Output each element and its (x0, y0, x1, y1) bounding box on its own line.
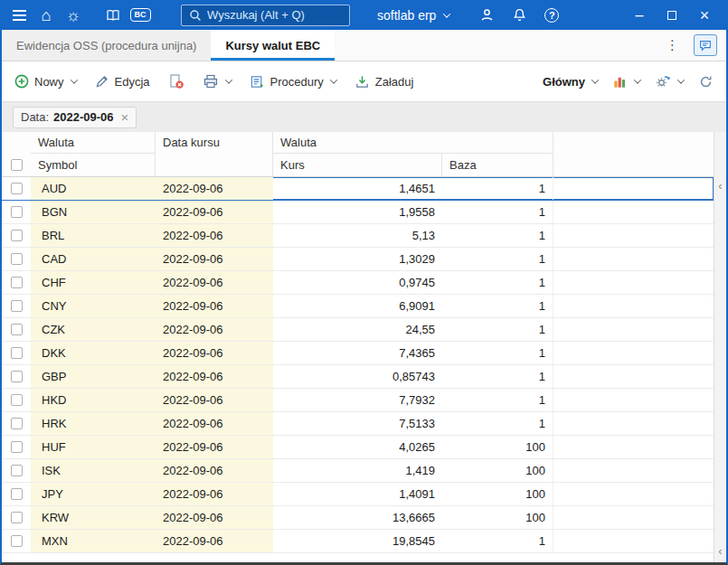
base-cell[interactable]: 1 (442, 177, 553, 200)
rate-date-cell[interactable]: 2022-09-06 (156, 459, 273, 482)
table-row[interactable]: CNY 2022-09-06 6,9091 1 (2, 295, 714, 318)
rate-cell[interactable]: 4,0265 (273, 436, 442, 458)
symbol-cell[interactable]: KRW (31, 506, 156, 529)
help-button[interactable]: ? (538, 0, 565, 30)
row-checkbox[interactable] (11, 441, 23, 453)
symbol-cell[interactable]: JPY (31, 483, 156, 505)
column-header-data-kursu[interactable]: Data kursu (156, 132, 273, 176)
row-checkbox[interactable] (11, 418, 23, 429)
table-row[interactable]: HRK 2022-09-06 7,5133 1 (2, 412, 714, 436)
base-cell[interactable]: 1 (442, 389, 553, 411)
symbol-cell[interactable]: MXN (31, 530, 156, 552)
maximize-button[interactable] (656, 0, 688, 30)
symbol-cell[interactable]: HUF (31, 436, 156, 458)
rate-cell[interactable]: 7,7932 (273, 389, 442, 411)
symbol-cell[interactable]: CHF (31, 271, 156, 294)
notifications-button[interactable] (506, 0, 533, 30)
symbol-cell[interactable]: CZK (31, 318, 156, 341)
symbol-cell[interactable]: DKK (31, 342, 156, 364)
close-button[interactable]: × (688, 0, 721, 30)
tab-kursy-walut-ebc[interactable]: Kursy walut EBC (211, 30, 335, 61)
rate-date-cell[interactable]: 2022-09-06 (156, 342, 273, 364)
symbol-cell[interactable]: BGN (31, 201, 156, 223)
base-cell[interactable]: 1 (442, 271, 553, 294)
column-group-waluta[interactable]: Waluta (31, 132, 156, 154)
collapse-panel-bottom-button[interactable]: ‹ (718, 541, 722, 560)
symbol-cell[interactable]: CNY (31, 295, 156, 317)
symbol-cell[interactable]: ISK (31, 459, 156, 482)
filter-remove-icon[interactable]: × (121, 110, 129, 124)
base-cell[interactable]: 1 (442, 365, 553, 388)
base-cell[interactable]: 1 (442, 318, 553, 341)
table-row[interactable]: CZK 2022-09-06 24,55 1 (2, 318, 714, 342)
table-row[interactable]: HUF 2022-09-06 4,0265 100 (2, 436, 714, 459)
rate-cell[interactable]: 1,4091 (273, 483, 442, 505)
row-checkbox[interactable] (11, 324, 23, 335)
comments-panel-button[interactable] (694, 34, 717, 56)
date-filter-chip[interactable]: Data: 2022-09-06 × (13, 107, 137, 128)
rate-date-cell[interactable]: 2022-09-06 (156, 436, 273, 458)
base-cell[interactable]: 100 (442, 483, 553, 505)
row-checkbox[interactable] (11, 488, 23, 500)
rate-date-cell[interactable]: 2022-09-06 (156, 389, 273, 411)
row-checkbox[interactable] (11, 535, 23, 547)
base-cell[interactable]: 1 (442, 530, 553, 552)
home-button[interactable]: ⌂ (33, 0, 60, 30)
column-header-symbol[interactable]: Symbol (31, 154, 156, 176)
user-profile-button[interactable] (473, 0, 500, 30)
table-row[interactable]: ISK 2022-09-06 1,419 100 (2, 459, 714, 483)
row-checkbox[interactable] (11, 512, 23, 523)
grid-settings-button[interactable] (655, 73, 684, 89)
symbol-cell[interactable]: HRK (31, 412, 156, 435)
rate-cell[interactable]: 24,55 (273, 318, 442, 341)
quick-settings-button[interactable]: ☼ (60, 0, 87, 30)
rate-cell[interactable]: 7,5133 (273, 412, 442, 435)
rate-date-cell[interactable]: 2022-09-06 (156, 412, 273, 435)
base-cell[interactable]: 1 (442, 224, 553, 247)
base-cell[interactable]: 1 (442, 248, 553, 270)
bc-module-button[interactable]: BC (127, 0, 154, 30)
load-button[interactable]: Załaduj (355, 74, 414, 89)
rate-cell[interactable]: 1,9558 (273, 201, 442, 223)
more-options-icon[interactable]: ⋮ (662, 37, 683, 53)
row-checkbox[interactable] (11, 206, 23, 218)
rate-cell[interactable]: 5,13 (273, 224, 442, 247)
base-cell[interactable]: 100 (442, 436, 553, 458)
collapse-panel-top-button[interactable]: ‹ (718, 175, 722, 195)
procedures-button[interactable]: Procedury (250, 74, 336, 89)
rate-cell[interactable]: 0,85743 (273, 365, 442, 388)
rate-cell[interactable]: 1,4651 (273, 177, 442, 200)
row-checkbox[interactable] (11, 230, 23, 241)
hamburger-menu-button[interactable] (5, 0, 33, 30)
rate-date-cell[interactable]: 2022-09-06 (156, 506, 273, 529)
rate-date-cell[interactable]: 2022-09-06 (156, 318, 273, 341)
base-cell[interactable]: 100 (442, 506, 553, 529)
rate-date-cell[interactable]: 2022-09-06 (156, 295, 273, 317)
global-search[interactable] (181, 5, 350, 26)
edit-button[interactable]: Edycja (95, 74, 150, 89)
base-cell[interactable]: 100 (442, 459, 553, 482)
rate-date-cell[interactable]: 2022-09-06 (156, 365, 273, 388)
base-cell[interactable]: 1 (442, 201, 553, 223)
symbol-cell[interactable]: AUD (31, 177, 156, 200)
rate-date-cell[interactable]: 2022-09-06 (156, 483, 273, 505)
print-button[interactable] (203, 73, 232, 89)
view-selector-button[interactable]: Główny (543, 75, 598, 89)
row-checkbox[interactable] (11, 253, 23, 265)
table-row[interactable]: DKK 2022-09-06 7,4365 1 (2, 342, 714, 365)
rate-date-cell[interactable]: 2022-09-06 (156, 271, 273, 294)
column-group-waluta-rates[interactable]: Waluta (273, 132, 553, 154)
delete-button[interactable] (168, 73, 184, 89)
base-cell[interactable]: 1 (442, 412, 553, 435)
row-checkbox[interactable] (11, 277, 23, 288)
table-row[interactable]: BRL 2022-09-06 5,13 1 (2, 224, 714, 248)
chart-button[interactable] (612, 74, 640, 89)
table-row[interactable]: JPY 2022-09-06 1,4091 100 (2, 483, 714, 506)
minimize-button[interactable]: – (623, 0, 656, 30)
row-checkbox[interactable] (11, 394, 23, 406)
table-row[interactable]: GBP 2022-09-06 0,85743 1 (2, 365, 714, 389)
refresh-button[interactable] (698, 74, 714, 89)
symbol-cell[interactable]: HKD (31, 389, 156, 411)
table-row[interactable]: MXN 2022-09-06 19,8545 1 (2, 530, 714, 553)
rate-cell[interactable]: 6,9091 (273, 295, 442, 317)
